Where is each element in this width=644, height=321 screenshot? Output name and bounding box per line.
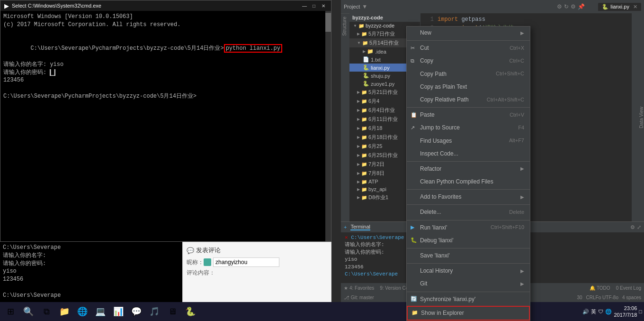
term-text-3: 请输入你的密码: [345,249,385,255]
taskbar-app5[interactable]: 🖥 [164,303,181,320]
bottom-cmd-line-5: 123456 [3,275,179,284]
context-menu: New ▶ ✂ Cut Ctrl+X ⧉ Copy Ctrl+C Copy Pa… [406,26,530,321]
ctx-copy-path-shortcut: Ctrl+Shift+C [496,70,524,78]
ctx-run[interactable]: ▶ Run 'lianxi' Ctrl+Shift+F10 [407,221,530,234]
project-header-label: byzzyz-code [352,15,383,20]
ctx-sep-6 [407,248,530,248]
ctx-new-arrow: ▶ [520,29,524,37]
app1-icon: 💻 [95,306,106,317]
tray-lang[interactable]: 英 [591,308,596,315]
folder-label-byzapi: byz_api [368,186,386,192]
file-icon-txt: 📄 [363,56,369,63]
folder-icon-0: 📁 [361,31,367,37]
tab-close-icon[interactable]: ✕ [633,4,637,10]
structure-tab[interactable]: Structure [341,13,349,39]
editor-scrollbar[interactable] [632,13,635,221]
ctx-copy-plain[interactable]: Copy as Plain Text [407,81,530,93]
app6-icon: 🐍 [185,306,196,317]
ctx-refactor-arrow: ▶ [520,165,524,173]
ctx-save[interactable]: Save 'lianxi' [407,249,530,262]
ctx-paste[interactable]: 📋 Paste Ctrl+V [407,109,530,121]
ctx-copy-path[interactable]: Copy Path Ctrl+Shift+C [407,68,530,81]
toolbar-dropdown-icon[interactable]: ▼ [362,3,367,10]
ctx-debug-label: Debug 'lianxi' [420,236,454,245]
action-center[interactable]: □ [639,309,642,314]
ctx-cut[interactable]: ✂ Cut Ctrl+X [407,42,530,55]
cmd-icon: ▶ [4,2,9,9]
ctx-refactor[interactable]: Refactor ▶ [407,163,530,175]
ctx-copy-rel-shortcut: Ctrl+Alt+Shift+C [487,96,524,104]
folder-label-1: 5月14日作业 [369,39,399,46]
ctx-clean[interactable]: Clean Python Compiled Files [407,175,530,188]
taskbar-file-mgr[interactable]: 📁 [56,303,73,320]
ctx-lh-label: Local History [420,266,453,275]
toolbar-sync-icon[interactable]: ↻ [564,3,569,10]
taskbar-browser[interactable]: 🌐 [74,303,91,320]
ctx-delete-label: Delete... [420,208,441,217]
tray-network[interactable]: 🌐 [605,309,612,315]
ctx-copy-plain-label: Copy as Plain Text [420,83,467,92]
ctx-inspect[interactable]: Inspect Code... [407,147,530,160]
ctx-local-history[interactable]: Local History ▶ [407,265,530,277]
tray-security[interactable]: 🛡 [598,309,603,314]
taskbar-app4[interactable]: 🎵 [146,303,163,320]
taskbar-app6[interactable]: 🐍 [182,303,199,320]
ctx-delete[interactable]: Delete... Delete [407,206,530,219]
ctx-show-explorer[interactable]: 📁 Show in Explorer [407,306,530,321]
cmd-title: Select C:\Windows\System32\cmd.exe [12,3,101,9]
app3-icon: 💬 [131,306,142,317]
root-folder-icon: 📁 [358,23,364,28]
toolbar-gear-icon[interactable]: ⚙ [571,3,576,10]
favorites-tab[interactable]: ★ 4: Favorites [344,285,374,291]
todo-label[interactable]: 🔔 TODO [590,285,610,291]
root-label: byzzyz-code [366,23,394,28]
ide-tab-lianxi[interactable]: 🐍 lianxi.py ✕ [598,3,641,11]
bottom-cmd-line-1: C:\Users\Severape [3,244,179,252]
taskbar-app3[interactable]: 💬 [128,303,145,320]
file-label-shuju: shuju.py [371,73,390,79]
term-text-4: yiso [345,257,357,262]
left-sidebar: Structure [341,13,349,221]
ctx-paste-icon: 📋 [411,111,417,119]
blog-title: 💬 发表评论 [187,246,327,255]
search-button[interactable]: 🔍 [20,303,37,320]
cmd-minimize[interactable]: — [301,2,308,9]
ctx-paste-label: Paste [420,110,435,119]
tray-volume[interactable]: 🔊 [582,309,589,315]
ctx-sync[interactable]: 🔄 Synchronize 'lianxi.py' [407,293,530,306]
indent: 4 spaces [622,295,641,300]
terminal-expand-icon[interactable]: ⤢ [637,224,641,230]
cmd-scroll-thumb[interactable] [325,13,331,32]
toolbar-pin-icon[interactable]: 📌 [578,3,585,10]
start-button[interactable]: ⊞ [2,303,19,320]
ctx-sep-7 [407,263,530,264]
cmd-text: 请输入你的名字: yiso [3,61,63,68]
event-log-label[interactable]: 0 Event Log [616,285,641,291]
ctx-git[interactable]: Git ▶ [407,277,530,290]
cmd-scrollbar[interactable] [325,11,331,241]
add-terminal-icon[interactable]: + [344,224,347,230]
blog-nickname-input[interactable] [213,257,279,267]
toolbar-settings-icon[interactable]: ⚙ [557,3,562,10]
terminal-tab[interactable]: Terminal [350,224,370,230]
ctx-find[interactable]: Find Usages Alt+F7 [407,135,530,147]
ctx-jump[interactable]: ↗ Jump to Source F4 [407,121,530,134]
cmd-titlebar-controls[interactable]: — □ ✕ [301,2,327,9]
taskbar-app2[interactable]: 📊 [110,303,127,320]
taskview-button[interactable]: ⧉ [38,303,55,320]
ctx-copy[interactable]: ⧉ Copy Ctrl+C [407,55,530,67]
ctx-favorites[interactable]: Add to Favorites ▶ [407,191,530,203]
terminal-settings-icon[interactable]: ⚙ [630,224,635,230]
file-icon-zuoye: 🐍 [363,81,369,87]
ctx-copy-rel[interactable]: Copy Relative Path Ctrl+Alt+Shift+C [407,93,530,106]
taskbar-app1[interactable]: 💻 [92,303,109,320]
ctx-debug[interactable]: 🐛 Debug 'lianxi' [407,234,530,247]
ctx-new[interactable]: New ▶ [407,27,530,39]
folder-label-atp: ATP [368,179,378,184]
taskview-icon: ⧉ [44,307,50,317]
cmd-close[interactable]: ✕ [320,2,327,9]
app4-icon: 🎵 [149,306,160,317]
cmd-prompt: C:\Users\Severape\PycharmProjects\byzzyz… [31,45,224,52]
cmd-maximize[interactable]: □ [310,2,318,9]
blog-nickname-label: 昵称： [187,258,204,266]
